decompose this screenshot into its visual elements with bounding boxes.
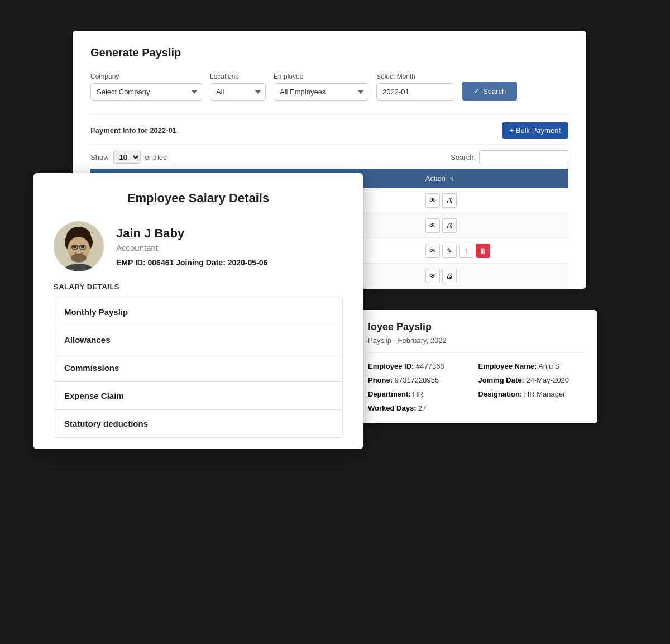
action-cell: 👁🖨	[419, 213, 568, 238]
designation-field: Designation: HR Manager	[478, 390, 585, 398]
table-search-input[interactable]	[479, 150, 568, 164]
employee-select[interactable]: All Employees	[274, 83, 368, 101]
view-button[interactable]: 👁	[425, 244, 440, 258]
employee-name: Jain J Baby	[116, 226, 267, 241]
checkmark-icon: ✓	[473, 87, 480, 96]
department-field: Department: HR	[368, 390, 474, 398]
employee-meta: EMP ID: 006461 Joining Date: 2020-05-06	[116, 258, 267, 267]
action-cell: 👁🖨	[419, 264, 568, 289]
view-button[interactable]: 👁	[425, 193, 440, 208]
view-button[interactable]: 👁	[425, 269, 440, 283]
print-button[interactable]: 🖨	[442, 218, 457, 233]
employee-filter-group: Employee All Employees	[274, 73, 368, 101]
view-button[interactable]: 👁	[425, 218, 440, 233]
company-select[interactable]: Select Company	[90, 83, 202, 101]
payslip-card-title: loyee Payslip	[368, 321, 584, 333]
avatar	[54, 221, 104, 271]
action-icons-group: 👁🖨	[425, 193, 562, 208]
search-button[interactable]: ✓ Search	[462, 82, 517, 101]
salary-item[interactable]: Expense Claim	[54, 382, 342, 410]
locations-filter-group: Locations All	[210, 73, 266, 101]
employee-info: Jain J Baby Accountant EMP ID: 006461 Jo…	[116, 226, 267, 267]
action-icons-group: 👁✎↑🗑	[425, 244, 562, 258]
company-filter-group: Company Select Company	[90, 73, 202, 101]
action-icons-group: 👁🖨	[425, 269, 562, 283]
month-filter-group: Select Month	[376, 73, 454, 101]
salary-item[interactable]: Allowances	[54, 326, 342, 354]
month-label: Select Month	[376, 73, 454, 80]
bulk-payment-button[interactable]: + Bulk Payment	[502, 122, 568, 139]
svg-point-5	[73, 246, 76, 248]
action-icons-group: 👁🖨	[425, 218, 562, 233]
avatar-svg	[54, 221, 104, 271]
phone-field: Phone: 97317228955	[368, 376, 474, 384]
entries-select[interactable]: 10	[113, 151, 141, 164]
employee-role: Accountant	[116, 243, 267, 252]
filter-row: Company Select Company Locations All Emp…	[90, 73, 568, 101]
delete-button[interactable]: 🗑	[476, 244, 490, 258]
svg-point-6	[81, 246, 84, 248]
action-cell: 👁🖨	[419, 188, 568, 213]
salary-details-card: Employee Salary Details	[34, 173, 363, 449]
joining-date-field: Joining Date: 24-May-2020	[478, 376, 585, 384]
table-search-box: Search:	[451, 150, 568, 164]
locations-label: Locations	[210, 73, 266, 80]
svg-point-10	[71, 254, 87, 263]
salary-item[interactable]: Statutory deductions	[54, 410, 342, 437]
employee-label: Employee	[274, 73, 368, 80]
month-input[interactable]	[376, 83, 454, 101]
payment-info-bar: Payment Info for 2022-01 + Bulk Payment	[90, 114, 568, 144]
show-entries-control: Show 10 entries	[90, 151, 167, 164]
col-action: Action ⇅	[419, 169, 568, 188]
salary-items-list: Monthly PayslipAllowancesCommissionsExpe…	[54, 298, 343, 438]
salary-card-title: Employee Salary Details	[54, 191, 343, 206]
page-title: Generate Payslip	[90, 46, 568, 59]
locations-select[interactable]: All	[210, 83, 266, 101]
action-cell: 👁✎↑🗑	[419, 238, 568, 264]
payslip-details-grid: Employee ID: #477368 Employee Name: Anju…	[368, 362, 584, 398]
salary-item[interactable]: Commissions	[54, 354, 342, 382]
company-label: Company	[90, 73, 202, 80]
worked-days-field: Worked Days: 27	[368, 404, 584, 412]
upload-button[interactable]: ↑	[459, 244, 473, 258]
payment-info-text: Payment Info for 2022-01	[90, 126, 176, 135]
print-button[interactable]: 🖨	[442, 269, 457, 283]
print-button[interactable]: 🖨	[442, 193, 457, 208]
emp-id-field: Employee ID: #477368	[368, 362, 474, 370]
salary-section-title: SALARY DETAILS	[54, 283, 343, 291]
employee-payslip-card: loyee Payslip Payslip - February, 2022 E…	[355, 310, 597, 423]
salary-item[interactable]: Monthly Payslip	[54, 298, 342, 326]
payslip-subtitle: Payslip - February, 2022	[368, 336, 584, 353]
emp-name-field: Employee Name: Anju S	[478, 362, 585, 370]
table-controls: Show 10 entries Search:	[90, 144, 568, 169]
edit-button[interactable]: ✎	[442, 244, 457, 258]
employee-header: Jain J Baby Accountant EMP ID: 006461 Jo…	[54, 221, 343, 271]
